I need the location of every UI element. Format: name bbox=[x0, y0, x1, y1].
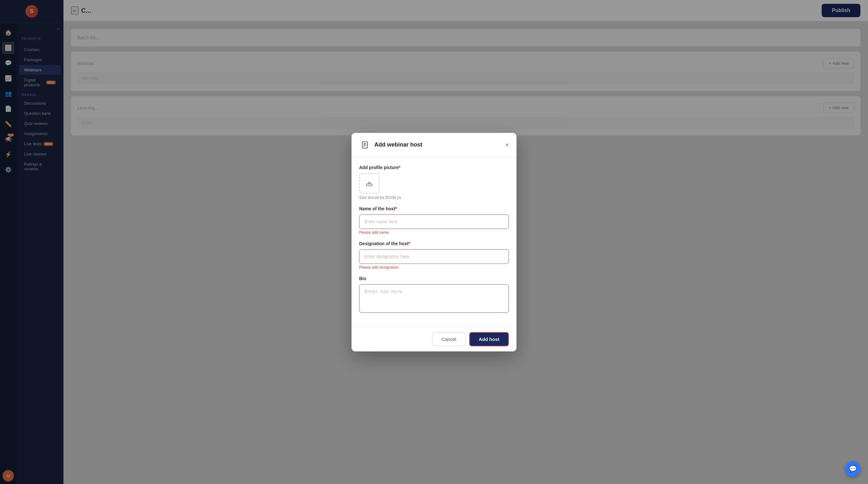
modal-close-button[interactable]: × bbox=[505, 142, 509, 148]
designation-field-label: Designation of the host* bbox=[359, 241, 509, 246]
modal-footer: Cancel Add host bbox=[351, 327, 517, 351]
designation-group: Designation of the host* Please add desi… bbox=[359, 241, 509, 269]
modal-overlay[interactable]: Add webinar host × Add profile picture* … bbox=[0, 0, 868, 484]
cancel-button[interactable]: Cancel bbox=[432, 332, 465, 346]
name-field-label: Name of the host* bbox=[359, 206, 509, 211]
designation-error: Please add designation bbox=[359, 265, 509, 269]
profile-picture-group: Add profile picture* Size should be 56X5… bbox=[359, 165, 509, 200]
name-error: Please add name bbox=[359, 230, 509, 235]
modal-title: Add webinar host bbox=[374, 141, 422, 148]
upload-picture-box[interactable] bbox=[359, 173, 379, 193]
modal-header: Add webinar host × bbox=[351, 133, 517, 157]
modal-body: Add profile picture* Size should be 56X5… bbox=[351, 157, 517, 327]
size-hint: Size should be 56X56 px bbox=[359, 195, 509, 200]
name-group: Name of the host* Please add name bbox=[359, 206, 509, 235]
add-host-button[interactable]: Add host bbox=[469, 332, 509, 346]
bio-input[interactable] bbox=[359, 284, 509, 313]
bio-field-label: Bio bbox=[359, 276, 509, 281]
designation-input[interactable] bbox=[359, 249, 509, 264]
modal-header-left: Add webinar host bbox=[359, 139, 422, 151]
svg-rect-4 bbox=[366, 184, 372, 186]
required-star-name: * bbox=[395, 206, 397, 211]
required-star-designation: * bbox=[409, 241, 410, 246]
modal-document-icon bbox=[359, 139, 371, 151]
bio-group: Bio bbox=[359, 276, 509, 313]
required-star-picture: * bbox=[399, 165, 400, 170]
name-input[interactable] bbox=[359, 215, 509, 229]
add-webinar-host-modal: Add webinar host × Add profile picture* … bbox=[351, 133, 517, 351]
chat-support-button[interactable]: 💬 bbox=[845, 461, 860, 476]
profile-picture-label: Add profile picture* bbox=[359, 165, 509, 170]
